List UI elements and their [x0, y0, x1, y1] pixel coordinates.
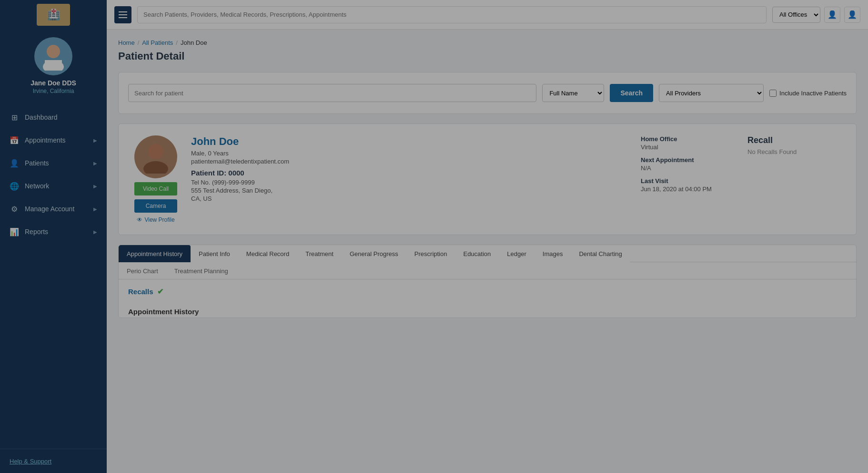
modal-overlay — [0, 0, 868, 473]
